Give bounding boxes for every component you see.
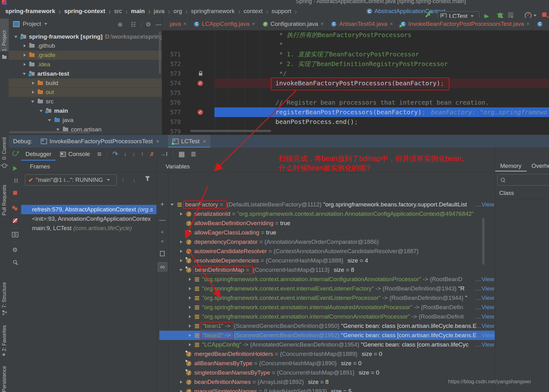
breadcrumb-item[interactable]: springframework › [191, 8, 243, 15]
tree-chevron-icon[interactable] [188, 287, 192, 290]
tree-row[interactable]: .gradle [9, 51, 162, 60]
project-panel-title[interactable]: Project [23, 21, 41, 27]
code-text[interactable]: registerBeanPostProcessors(beanFactory);… [275, 107, 547, 117]
tree-chevron-icon[interactable] [31, 81, 35, 85]
debug-settings-gear-button[interactable]: ⚙ [9, 246, 21, 253]
tree-chevron-icon[interactable] [179, 390, 183, 392]
sidebar-item-structure[interactable]: 7: Structure [0, 278, 9, 308]
tree-chevron-icon[interactable] [14, 35, 18, 39]
frame-row[interactable]: main:9, LCTest (com.artisan.lifeCycle) [21, 224, 157, 233]
code-text[interactable]: * 1. 直接实现了BeanFactoryPostProcessor [275, 50, 419, 59]
variable-row[interactable]: f singletonBeanNamesByType = {Concurrent… [159, 368, 495, 377]
tree-chevron-icon[interactable] [188, 343, 192, 347]
stop-button[interactable] [542, 12, 547, 17]
drop-frame-icon[interactable]: ✗ [149, 151, 154, 158]
sidebar-item-favorites[interactable]: 2: Favorites [0, 323, 9, 351]
variable-row[interactable]: f mergedBeanDefinitionHolders = {Concurr… [159, 349, 495, 359]
tree-row[interactable]: main [9, 106, 162, 115]
breadcrumb-class[interactable]: C AbstractApplicationContext [367, 8, 445, 15]
tab-overhead[interactable]: Overhe [527, 160, 549, 172]
rerun-button[interactable] [9, 151, 21, 156]
tab-close-icon[interactable]: × [321, 21, 323, 27]
tree-row[interactable]: src [9, 97, 162, 106]
tree-chevron-icon[interactable] [23, 53, 26, 57]
project-view-dropdown-icon[interactable] [44, 23, 47, 25]
tree-chevron-icon[interactable] [188, 277, 192, 281]
variable-row[interactable]: beanFactory = {DefaultListableBeanFactor… [159, 200, 495, 209]
filter-funnel-icon[interactable] [145, 179, 150, 186]
view-options-icon[interactable]: ≣ [190, 150, 196, 158]
tree-chevron-icon[interactable] [40, 109, 43, 113]
tab-debugger[interactable]: Debugger [21, 148, 56, 161]
view-link[interactable]: View [481, 312, 494, 321]
variable-row[interactable]: f beanDefinitionNames = {ArrayList@1892}… [159, 377, 495, 387]
code-text[interactable]: beanPostProcess.end(); [275, 117, 358, 127]
tree-row[interactable]: .idea [9, 60, 162, 69]
breakpoint-icon[interactable]: ✓ [198, 110, 203, 115]
tree-chevron-icon[interactable] [23, 63, 26, 66]
view-breakpoints-button[interactable] [9, 206, 21, 209]
locate-file-icon[interactable]: ⊕ [118, 21, 123, 28]
breakpoint-icon[interactable]: ✓ [198, 81, 203, 86]
variable-row[interactable]: f resolvableDependencies = {ConcurrentHa… [159, 256, 495, 265]
resume-button[interactable] [9, 166, 21, 171]
view-link[interactable]: View [481, 303, 494, 312]
debug-session-tab[interactable]: InvokeBeanFactoryPostProcessorsTest × [36, 135, 164, 148]
variable-row[interactable]: "bean1" -> {ScannedGenericBeanDefinition… [159, 321, 495, 331]
variable-row[interactable]: f allowEagerClassLoading = true [159, 228, 495, 237]
tree-chevron-icon[interactable] [31, 90, 35, 94]
frame-row[interactable]: refresh:579, AbstractApplicationContext … [21, 205, 157, 214]
variable-row[interactable]: "bean2" -> {ScannedGenericBeanDefinition… [159, 331, 495, 340]
breadcrumb-item[interactable]: spring-framework › [5, 8, 64, 15]
mute-breakpoints-button[interactable] [9, 218, 21, 223]
view-link[interactable]: View [481, 275, 494, 284]
tree-chevron-icon[interactable] [179, 240, 183, 244]
code-text[interactable]: */ [275, 69, 287, 78]
sidebar-item-pull-requests[interactable]: Pull Requests [0, 172, 9, 215]
editor-tab[interactable]: @ Configuration.java × [259, 18, 328, 30]
tree-chevron-icon[interactable] [179, 259, 183, 262]
breadcrumb-item[interactable]: support › [272, 8, 300, 15]
memory-search-input[interactable] [497, 174, 549, 186]
code-text[interactable]: // Register bean processors that interce… [275, 98, 489, 107]
tree-chevron-icon[interactable] [179, 380, 183, 384]
sidebar-item-commit[interactable]: 0: Commit [0, 129, 9, 160]
code-text[interactable]: * 2. 实现了BeanDefinitionRegistryPostProces… [275, 59, 448, 69]
variable-row[interactable]: "LCAppConfig" -> {AnnotatedGenericBeanDe… [159, 340, 495, 349]
stop-debug-button[interactable] [9, 191, 21, 195]
pause-button[interactable] [9, 178, 21, 183]
tree-chevron-icon[interactable] [188, 296, 192, 300]
step-into-icon[interactable]: ↓ [124, 151, 127, 158]
breadcrumb-item[interactable]: org › [173, 8, 191, 15]
layout-settings-icon[interactable]: ≡ [97, 150, 101, 158]
editor-tab[interactable]: C .java × [162, 18, 190, 30]
thread-selector[interactable]: ✔ "main"@1 i...": RUNNING [25, 174, 117, 186]
sidebar-item-persistence[interactable]: Persistence [0, 364, 9, 392]
variable-row[interactable]: "org.springframework.context.annotation.… [159, 303, 495, 312]
frame-down-icon[interactable]: ↓ [133, 177, 136, 184]
project-settings-gear-icon[interactable]: ⚙ [146, 21, 151, 28]
variable-row[interactable]: f allBeanNamesByType = {ConcurrentHashMa… [159, 359, 495, 368]
project-horizontal-scrollbar[interactable] [9, 131, 90, 133]
hide-panel-icon[interactable]: — [156, 21, 162, 28]
tree-chevron-icon[interactable] [48, 118, 52, 122]
tab-close-icon[interactable]: × [527, 21, 529, 27]
tree-row[interactable]: java [9, 116, 162, 125]
collapse-all-icon[interactable]: ☷ [131, 21, 136, 28]
tab-close-icon[interactable]: × [203, 138, 206, 145]
tree-chevron-icon[interactable] [179, 212, 183, 216]
pin-tab-button[interactable] [9, 260, 21, 264]
tree-chevron-icon[interactable] [56, 128, 60, 131]
tree-chevron-icon[interactable] [188, 315, 192, 319]
evaluate-expression-icon[interactable]: ▦ [178, 150, 185, 158]
project-vertical-scrollbar[interactable] [159, 32, 161, 74]
view-link[interactable]: View [481, 284, 494, 293]
tab-close-icon[interactable]: × [390, 21, 393, 27]
step-over-icon[interactable]: ↷ [112, 150, 118, 158]
tree-row[interactable]: spring-framework [spring] D:\workspace\s… [9, 32, 162, 41]
variable-row[interactable]: f manualSingletonNames = {LinkedHashSet@… [159, 387, 495, 392]
tree-chevron-icon[interactable] [179, 249, 183, 253]
editor-tab[interactable]: C InvokeBeanFactoryPostProcessorsTest.ja… [397, 18, 533, 30]
view-link[interactable]: View [481, 200, 494, 209]
view-link[interactable]: View [481, 340, 494, 349]
